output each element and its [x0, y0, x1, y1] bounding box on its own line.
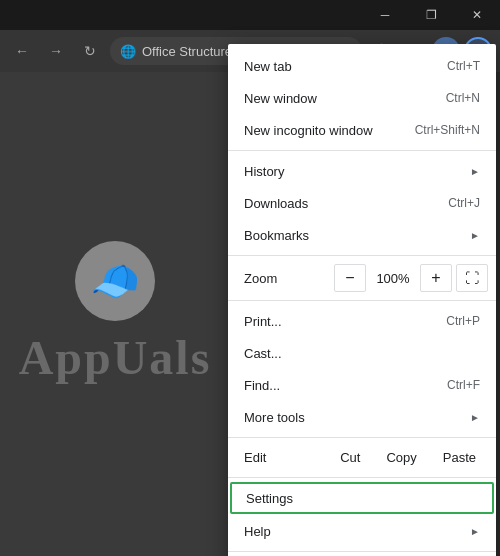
title-bar-controls: ─ ❐ ✕ — [362, 0, 500, 30]
bookmarks-arrow: ► — [470, 230, 480, 241]
print-shortcut: Ctrl+P — [446, 314, 480, 328]
watermark: 🧢 AppUals — [19, 241, 212, 387]
copy-button[interactable]: Copy — [374, 446, 428, 469]
find-label: Find... — [244, 378, 280, 393]
minimize-button[interactable]: ─ — [362, 0, 408, 30]
watermark-text: AppUals — [19, 329, 212, 387]
divider-5 — [228, 477, 496, 478]
divider-6 — [228, 551, 496, 552]
divider-4 — [228, 437, 496, 438]
back-button[interactable]: ← — [8, 37, 36, 65]
zoom-minus-button[interactable]: − — [334, 264, 366, 292]
close-button[interactable]: ✕ — [454, 0, 500, 30]
new-tab-shortcut: Ctrl+T — [447, 59, 480, 73]
new-window-shortcut: Ctrl+N — [446, 91, 480, 105]
zoom-fullscreen-button[interactable]: ⛶ — [456, 264, 488, 292]
new-incognito-shortcut: Ctrl+Shift+N — [415, 123, 480, 137]
divider-1 — [228, 150, 496, 151]
forward-button[interactable]: → — [42, 37, 70, 65]
title-bar: ─ ❐ ✕ — [0, 0, 500, 30]
settings-label: Settings — [246, 491, 293, 506]
menu-item-new-incognito[interactable]: New incognito window Ctrl+Shift+N — [228, 114, 496, 146]
menu-item-bookmarks[interactable]: Bookmarks ► — [228, 219, 496, 251]
new-tab-label: New tab — [244, 59, 292, 74]
history-arrow: ► — [470, 166, 480, 177]
divider-3 — [228, 300, 496, 301]
watermark-logo: 🧢 — [75, 241, 155, 321]
cut-button[interactable]: Cut — [328, 446, 372, 469]
menu-item-downloads[interactable]: Downloads Ctrl+J — [228, 187, 496, 219]
more-tools-label: More tools — [244, 410, 305, 425]
menu-item-cast[interactable]: Cast... — [228, 337, 496, 369]
help-label: Help — [244, 524, 271, 539]
refresh-button[interactable]: ↻ — [76, 37, 104, 65]
menu-item-new-tab[interactable]: New tab Ctrl+T — [228, 50, 496, 82]
print-label: Print... — [244, 314, 282, 329]
zoom-row: Zoom − 100% + ⛶ — [228, 260, 496, 296]
maximize-button[interactable]: ❐ — [408, 0, 454, 30]
menu-item-help[interactable]: Help ► — [228, 515, 496, 547]
menu-item-new-window[interactable]: New window Ctrl+N — [228, 82, 496, 114]
divider-2 — [228, 255, 496, 256]
bookmarks-label: Bookmarks — [244, 228, 309, 243]
zoom-plus-button[interactable]: + — [420, 264, 452, 292]
more-tools-arrow: ► — [470, 412, 480, 423]
help-arrow: ► — [470, 526, 480, 537]
menu-item-history[interactable]: History ► — [228, 155, 496, 187]
menu-item-more-tools[interactable]: More tools ► — [228, 401, 496, 433]
downloads-label: Downloads — [244, 196, 308, 211]
menu-item-settings[interactable]: Settings — [230, 482, 494, 514]
zoom-value: 100% — [370, 271, 416, 286]
find-shortcut: Ctrl+F — [447, 378, 480, 392]
menu-item-find[interactable]: Find... Ctrl+F — [228, 369, 496, 401]
edit-row: Edit Cut Copy Paste — [228, 442, 496, 473]
menu-item-print[interactable]: Print... Ctrl+P — [228, 305, 496, 337]
cast-label: Cast... — [244, 346, 282, 361]
new-window-label: New window — [244, 91, 317, 106]
downloads-shortcut: Ctrl+J — [448, 196, 480, 210]
paste-button[interactable]: Paste — [431, 446, 488, 469]
page-background: 🧢 AppUals — [0, 72, 230, 556]
tab-favicon: 🌐 — [120, 44, 136, 59]
history-label: History — [244, 164, 284, 179]
new-incognito-label: New incognito window — [244, 123, 373, 138]
edit-label: Edit — [236, 450, 326, 465]
context-menu: New tab Ctrl+T New window Ctrl+N New inc… — [228, 44, 496, 556]
zoom-label: Zoom — [244, 271, 330, 286]
